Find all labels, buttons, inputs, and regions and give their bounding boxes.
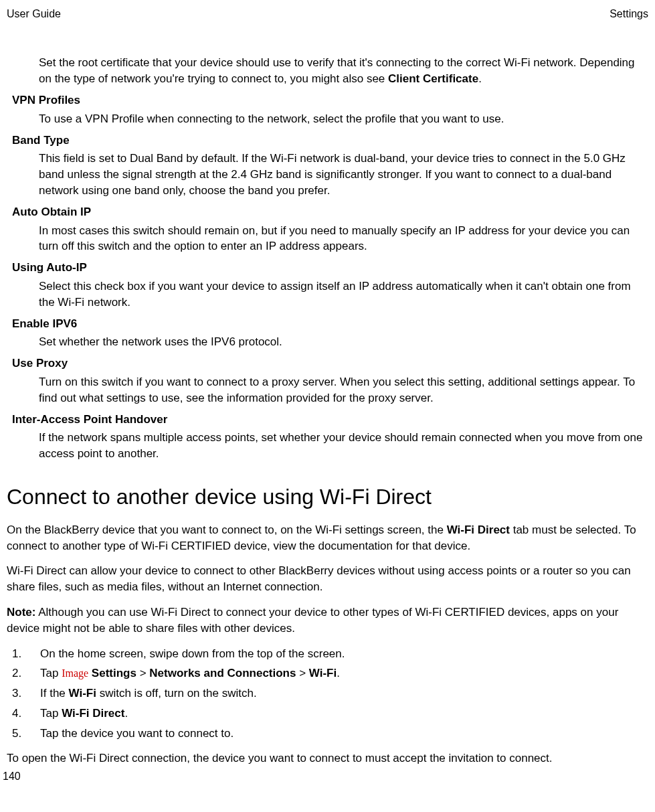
paragraph-note: Note: Although you can use Wi-Fi Direct … <box>7 604 648 637</box>
s2-wifi: Wi-Fi <box>309 667 337 679</box>
paragraph-2: Wi-Fi Direct can allow your device to co… <box>7 563 648 595</box>
s3-a: If the <box>40 687 69 700</box>
intro-text: Set the root certificate that your devic… <box>39 56 635 85</box>
step-5: Tap the device you want to connect to. <box>12 726 648 742</box>
step-3: If the Wi-Fi switch is off, turn on the … <box>12 685 648 702</box>
intro-paragraph: Set the root certificate that your devic… <box>39 55 648 87</box>
closing-paragraph: To open the Wi-Fi Direct connection, the… <box>7 750 648 766</box>
term-use-proxy-body: Turn on this switch if you want to conne… <box>39 374 648 406</box>
note-label: Note: <box>7 606 35 619</box>
header-right: Settings <box>610 7 648 21</box>
term-enable-ipv6: Enable IPV6 <box>12 316 648 332</box>
steps-list: On the home screen, swipe down from the … <box>7 646 648 742</box>
term-using-auto-ip-body: Select this check box if you want your d… <box>39 278 648 311</box>
section-heading: Connect to another device using Wi-Fi Di… <box>7 482 648 512</box>
step-4: Tap Wi-Fi Direct. <box>12 706 648 722</box>
term-auto-obtain-ip: Auto Obtain IP <box>12 204 648 220</box>
paragraph-1: On the BlackBerry device that you want t… <box>7 522 648 554</box>
intro-tail: . <box>478 72 482 85</box>
note-body: Although you can use Wi-Fi Direct to con… <box>7 606 618 635</box>
s4-bold: Wi-Fi Direct <box>62 707 124 720</box>
header-left: User Guide <box>7 7 61 21</box>
term-vpn-profiles-body: To use a VPN Profile when connecting to … <box>39 111 648 127</box>
s4-a: Tap <box>40 707 62 720</box>
p1-bold: Wi-Fi Direct <box>447 523 510 536</box>
term-band-type: Band Type <box>12 133 648 149</box>
s4-dot: . <box>124 707 128 720</box>
s3-bold: Wi-Fi <box>69 687 96 700</box>
term-enable-ipv6-body: Set whether the network uses the IPV6 pr… <box>39 334 648 350</box>
term-auto-obtain-ip-body: In most cases this switch should remain … <box>39 223 648 255</box>
s2-dot: . <box>337 667 340 679</box>
term-band-type-body: This field is set to Dual Band by defaul… <box>39 151 648 198</box>
step-1: On the home screen, swipe down from the … <box>12 646 648 662</box>
intro-bold: Client Certificate <box>388 72 478 85</box>
s2-settings: Settings <box>92 667 136 679</box>
s3-b: switch is off, turn on the switch. <box>96 687 257 700</box>
term-use-proxy: Use Proxy <box>12 355 648 372</box>
term-inter-access-point-body: If the network spans multiple access poi… <box>39 430 648 462</box>
s2-nc: Networks and Connections <box>149 667 296 679</box>
page-number: 140 <box>3 769 21 784</box>
term-using-auto-ip: Using Auto-IP <box>12 260 648 276</box>
main-content: Set the root certificate that your devic… <box>7 55 648 766</box>
page-header: User Guide Settings <box>7 7 648 21</box>
s2-gt1: > <box>136 667 149 679</box>
term-inter-access-point: Inter-Access Point Handover <box>12 412 648 428</box>
term-vpn-profiles: VPN Profiles <box>12 92 648 108</box>
step-2: Tap Image Settings > Networks and Connec… <box>12 665 648 681</box>
settings-icon: Image <box>62 667 88 679</box>
s2-a: Tap <box>40 667 62 679</box>
p1-a: On the BlackBerry device that you want t… <box>7 523 447 536</box>
s2-gt2: > <box>296 667 308 679</box>
